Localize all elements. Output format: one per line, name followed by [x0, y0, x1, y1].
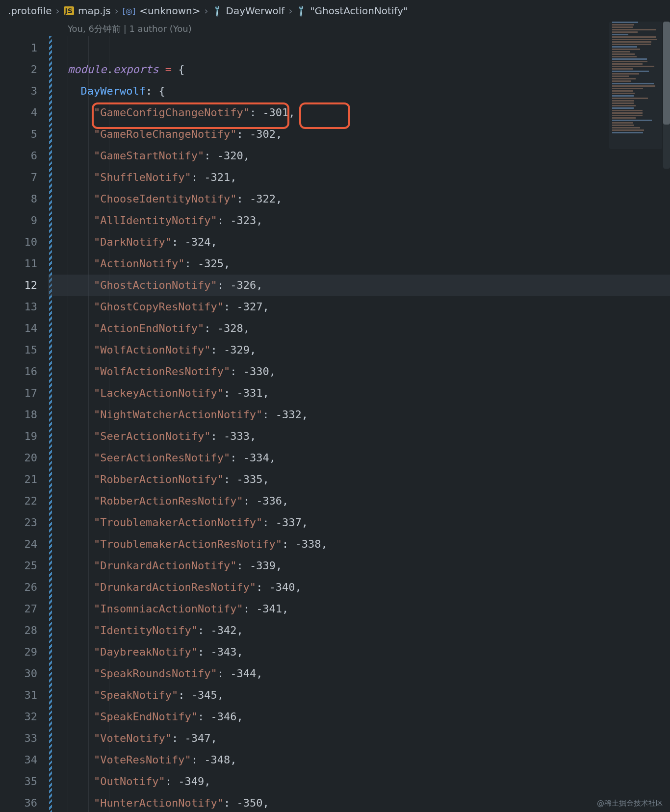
code-line[interactable]: "ChooseIdentityNotify": -322,: [48, 188, 670, 210]
line-number[interactable]: 26: [0, 577, 48, 598]
code-line[interactable]: "ShuffleNotify": -321,: [48, 167, 670, 188]
line-number[interactable]: 23: [0, 512, 48, 533]
line-number[interactable]: 9: [0, 210, 48, 231]
line-number[interactable]: 1: [0, 37, 48, 59]
code-line[interactable]: "GhostActionNotify": -326,: [48, 275, 670, 296]
code-line[interactable]: "OutNotify": -349,: [48, 771, 670, 792]
line-number[interactable]: 12: [0, 275, 48, 296]
code-line[interactable]: "LackeyActionNotify": -331,: [48, 382, 670, 404]
code-line[interactable]: "WolfActionResNotify": -330,: [48, 361, 670, 382]
line-number[interactable]: 34: [0, 749, 48, 771]
code-line[interactable]: "RobberActionNotify": -335,: [48, 469, 670, 490]
code-line[interactable]: DayWerwolf: {: [48, 80, 670, 102]
codelens-author-info[interactable]: You, 6分钟前 | 1 author (You): [0, 22, 670, 36]
code-line[interactable]: "DaybreakNotify": -343,: [48, 641, 670, 663]
code-line[interactable]: "DarkNotify": -324,: [48, 231, 670, 253]
line-number[interactable]: 15: [0, 339, 48, 361]
line-number[interactable]: 2: [0, 59, 48, 80]
code-line[interactable]: "SpeakNotify": -345,: [48, 685, 670, 706]
line-number[interactable]: 6: [0, 145, 48, 167]
scrollbar-thumb[interactable]: [663, 22, 670, 125]
line-number[interactable]: 28: [0, 620, 48, 641]
code-line[interactable]: "TroublemakerActionNotify": -337,: [48, 512, 670, 533]
line-number[interactable]: 29: [0, 641, 48, 663]
code-line[interactable]: "InsomniacActionNotify": -341,: [48, 598, 670, 620]
code-line[interactable]: "IdentityNotify": -342,: [48, 620, 670, 641]
line-number[interactable]: 13: [0, 296, 48, 318]
line-number[interactable]: 11: [0, 253, 48, 275]
code-line[interactable]: "GhostCopyResNotify": -327,: [48, 296, 670, 318]
breadcrumb-leaf[interactable]: "GhostActionNotify": [310, 5, 408, 17]
code-line[interactable]: "SeerActionResNotify": -334,: [48, 447, 670, 469]
wrench-icon: 🔧: [295, 4, 309, 18]
line-number[interactable]: 19: [0, 426, 48, 447]
chevron-right-icon: ›: [115, 5, 119, 17]
code-line[interactable]: "WolfActionNotify": -329,: [48, 339, 670, 361]
line-number[interactable]: 33: [0, 728, 48, 749]
line-number[interactable]: 17: [0, 382, 48, 404]
line-number[interactable]: 4: [0, 102, 48, 124]
file-js-icon: JS: [64, 6, 74, 15]
code-line[interactable]: "GameStartNotify": -320,: [48, 145, 670, 167]
code-line[interactable]: "DrunkardActionNotify": -339,: [48, 555, 670, 577]
line-number[interactable]: 36: [0, 792, 48, 812]
code-line[interactable]: "DrunkardActionResNotify": -340,: [48, 577, 670, 598]
breadcrumb[interactable]: .protofile › JS map.js › [◎] <unknown> ›…: [0, 0, 670, 22]
code-line[interactable]: "HunterActionNotify": -350,: [48, 792, 670, 812]
line-number[interactable]: 14: [0, 318, 48, 339]
line-number[interactable]: 10: [0, 231, 48, 253]
vertical-scrollbar[interactable]: [663, 22, 670, 169]
breadcrumb-file[interactable]: map.js: [78, 5, 111, 17]
code-line[interactable]: "SpeakRoundsNotify": -344,: [48, 663, 670, 685]
line-number[interactable]: 5: [0, 124, 48, 145]
code-line[interactable]: "TroublemakerActionResNotify": -338,: [48, 533, 670, 555]
code-area[interactable]: module.exports = { DayWerwolf: { "GameCo…: [48, 36, 670, 812]
code-line[interactable]: "ActionEndNotify": -328,: [48, 318, 670, 339]
watermark-text: @稀土掘金技术社区: [597, 799, 663, 808]
code-editor[interactable]: 1234567891011121314151617181920212223242…: [0, 36, 670, 812]
line-number[interactable]: 8: [0, 188, 48, 210]
line-number[interactable]: 22: [0, 490, 48, 512]
line-number[interactable]: 21: [0, 469, 48, 490]
code-line[interactable]: "SeerActionNotify": -333,: [48, 426, 670, 447]
line-number[interactable]: 31: [0, 685, 48, 706]
breadcrumb-object[interactable]: DayWerwolf: [226, 5, 285, 17]
chevron-right-icon: ›: [288, 5, 292, 17]
minimap[interactable]: [609, 22, 662, 149]
line-number[interactable]: 32: [0, 706, 48, 728]
code-line[interactable]: [48, 37, 670, 59]
line-number[interactable]: 30: [0, 663, 48, 685]
line-number[interactable]: 35: [0, 771, 48, 792]
code-line[interactable]: "RobberActionResNotify": -336,: [48, 490, 670, 512]
code-line[interactable]: "SpeakEndNotify": -346,: [48, 706, 670, 728]
code-line[interactable]: "AllIdentityNotify": -323,: [48, 210, 670, 231]
code-line[interactable]: "GameConfigChangeNotify": -301,: [48, 102, 670, 124]
breadcrumb-ns[interactable]: <unknown>: [139, 5, 200, 17]
namespace-icon: [◎]: [123, 6, 135, 16]
code-line[interactable]: "ActionNotify": -325,: [48, 253, 670, 275]
code-line[interactable]: "VoteNotify": -347,: [48, 728, 670, 749]
line-number[interactable]: 7: [0, 167, 48, 188]
line-number[interactable]: 25: [0, 555, 48, 577]
line-number[interactable]: 20: [0, 447, 48, 469]
breadcrumb-protofile[interactable]: .protofile: [8, 5, 52, 17]
chevron-right-icon: ›: [205, 5, 208, 17]
chevron-right-icon: ›: [56, 5, 60, 17]
code-line[interactable]: "NightWatcherActionNotify": -332,: [48, 404, 670, 426]
line-number[interactable]: 16: [0, 361, 48, 382]
code-line[interactable]: module.exports = {: [48, 59, 670, 80]
line-number[interactable]: 27: [0, 598, 48, 620]
line-number[interactable]: 18: [0, 404, 48, 426]
line-number[interactable]: 3: [0, 80, 48, 102]
code-line[interactable]: "VoteResNotify": -348,: [48, 749, 670, 771]
code-line[interactable]: "GameRoleChangeNotify": -302,: [48, 124, 670, 145]
line-number-gutter[interactable]: 1234567891011121314151617181920212223242…: [0, 36, 48, 812]
wrench-icon: 🔧: [210, 4, 224, 18]
line-number[interactable]: 24: [0, 533, 48, 555]
